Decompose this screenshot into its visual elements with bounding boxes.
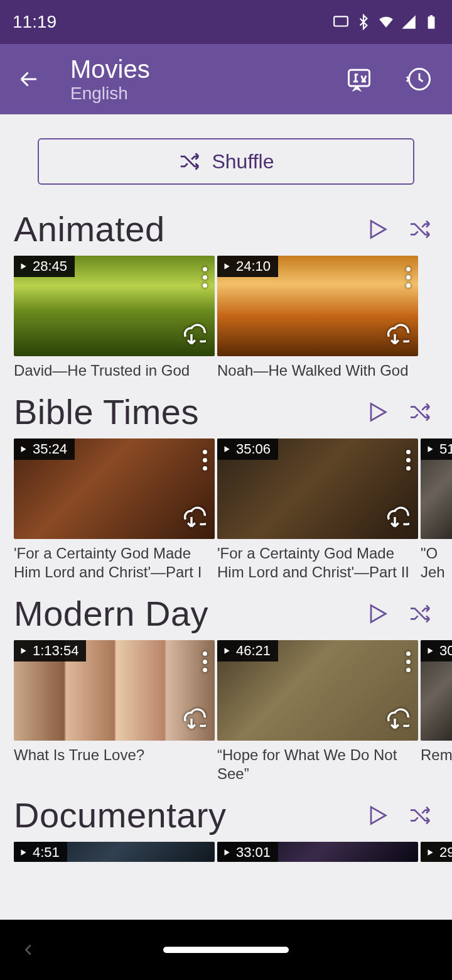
video-thumbnail[interactable]: 28:45 [14,256,215,356]
more-options-button[interactable] [203,267,207,288]
play-icon [365,400,390,425]
video-card[interactable]: 28:45David—He Trusted in God [14,256,215,380]
duration-badge: 35:06 [217,438,278,460]
video-thumbnail[interactable]: 1:13:54 [14,640,215,741]
video-title: “Hope for What We Do Not See” [217,746,418,783]
battery-icon [423,14,439,30]
download-button[interactable] [380,503,409,534]
video-thumbnail[interactable]: 30 [421,640,452,741]
back-button[interactable] [10,60,48,98]
play-icon [222,646,231,655]
history-button[interactable] [403,63,436,95]
video-card[interactable]: 35:06'For a Certainty God Made Him Lord … [217,438,418,582]
duration-text: 46:21 [236,643,271,659]
card-row[interactable]: 1:13:54What Is True Love?46:21“Hope for … [0,640,452,783]
more-options-button[interactable] [203,651,207,672]
cloud-download-icon [380,503,409,531]
nav-home-pill[interactable] [163,947,289,953]
duration-text: 1:13:54 [33,643,78,659]
more-options-button[interactable] [406,450,411,471]
video-card[interactable]: 46:21“Hope for What We Do Not See” [217,640,418,783]
section-play-button[interactable] [362,214,393,245]
svg-rect-8 [430,15,433,17]
video-thumbnail[interactable]: 35:06 [217,438,418,539]
card-row[interactable]: 28:45David—He Trusted in God24:10Noah—He… [0,256,452,380]
section-header: Bible Times [0,380,452,435]
signal-icon [401,14,417,30]
app-bar: Movies English [0,44,452,114]
section-shuffle-button[interactable] [404,396,436,428]
duration-text: 33:01 [236,844,271,861]
bluetooth-icon [355,14,372,30]
video-card[interactable]: 30Reme [421,640,452,783]
video-card[interactable]: 24:10Noah—He Walked With God [217,256,418,380]
card-row[interactable]: 35:24'For a Certainty God Made Him Lord … [0,438,452,582]
video-thumbnail[interactable]: 51 [421,438,452,539]
video-title: "O Jeh [421,544,452,582]
download-button[interactable] [177,320,206,351]
section-title: Modern Day [14,593,362,634]
video-card[interactable]: 51"O Jeh [421,438,452,582]
svg-rect-6 [334,16,348,26]
page-title: Movies [70,55,343,84]
section-shuffle-button[interactable] [404,598,436,629]
shuffle-icon [407,217,433,242]
play-icon [365,803,390,828]
duration-badge: 4:51 [14,842,67,862]
shuffle-icon [407,601,433,626]
more-options-button[interactable] [406,651,411,672]
play-icon [426,445,434,454]
duration-badge: 24:10 [217,256,278,277]
download-button[interactable] [177,503,206,534]
section-play-button[interactable] [362,598,393,629]
more-options-button[interactable] [203,450,207,471]
duration-badge: 33:01 [217,842,278,862]
video-thumbnail[interactable]: 35:24 [14,438,215,539]
section-play-button[interactable] [362,396,393,428]
video-thumbnail[interactable]: 24:10 [217,256,418,356]
download-button[interactable] [380,320,409,351]
download-button[interactable] [380,704,409,736]
nav-back-icon[interactable] [19,940,38,959]
download-button[interactable] [177,704,206,736]
system-nav-bar [0,920,452,980]
language-button[interactable] [343,63,375,95]
video-card[interactable]: 33:01 [217,842,418,862]
status-bar: 11:19 [0,0,452,44]
section-shuffle-button[interactable] [404,214,436,245]
video-thumbnail[interactable]: 29 [421,842,452,862]
video-thumbnail[interactable]: 46:21 [217,640,418,741]
duration-badge: 51 [421,438,452,460]
shuffle-label: Shuffle [212,150,274,173]
status-time: 11:19 [13,12,56,32]
more-options-button[interactable] [406,267,411,288]
section-title: Documentary [14,795,362,836]
duration-text: 4:51 [33,844,60,861]
shuffle-button[interactable]: Shuffle [38,138,414,185]
card-row[interactable]: 4:5133:0129 [0,842,452,862]
video-card[interactable]: 29 [421,842,452,862]
section-title: Bible Times [14,391,362,432]
video-card[interactable]: 4:51 [14,842,215,862]
video-thumbnail[interactable]: 4:51 [14,842,215,862]
video-card[interactable]: 35:24'For a Certainty God Made Him Lord … [14,438,215,582]
play-icon [365,217,390,242]
wifi-icon [378,14,394,30]
video-thumbnail[interactable]: 33:01 [217,842,418,862]
language-icon [345,65,373,93]
content-area[interactable]: Shuffle Animated 28:45David—He Trusted i… [0,114,452,920]
section-title: Animated [14,209,362,249]
arrow-left-icon [18,68,40,90]
svg-rect-7 [428,16,435,29]
section-play-button[interactable] [362,800,393,831]
history-icon [406,65,433,93]
svg-rect-9 [349,70,370,86]
play-icon [426,848,434,857]
duration-text: 51 [439,441,452,457]
video-card[interactable]: 1:13:54What Is True Love? [14,640,215,783]
play-icon [426,646,434,655]
section-shuffle-button[interactable] [404,800,436,831]
play-icon [365,601,390,626]
page-subtitle: English [70,84,343,104]
duration-text: 29 [439,844,452,861]
